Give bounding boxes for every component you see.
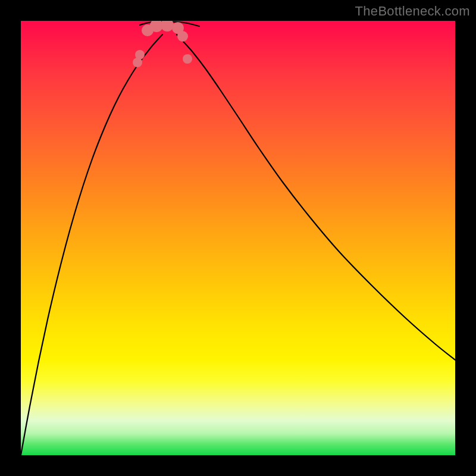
data-marker xyxy=(177,31,188,42)
marker-group xyxy=(133,21,192,67)
data-marker xyxy=(183,54,192,64)
data-marker xyxy=(161,21,174,32)
curve-right-branch xyxy=(177,35,455,360)
data-marker xyxy=(135,50,145,60)
chart-frame: TheBottleneck.com xyxy=(0,0,476,476)
watermark-text: TheBottleneck.com xyxy=(355,4,470,19)
curve-left-branch xyxy=(21,35,162,455)
curve-layer xyxy=(21,21,455,455)
plot-area xyxy=(21,21,455,455)
